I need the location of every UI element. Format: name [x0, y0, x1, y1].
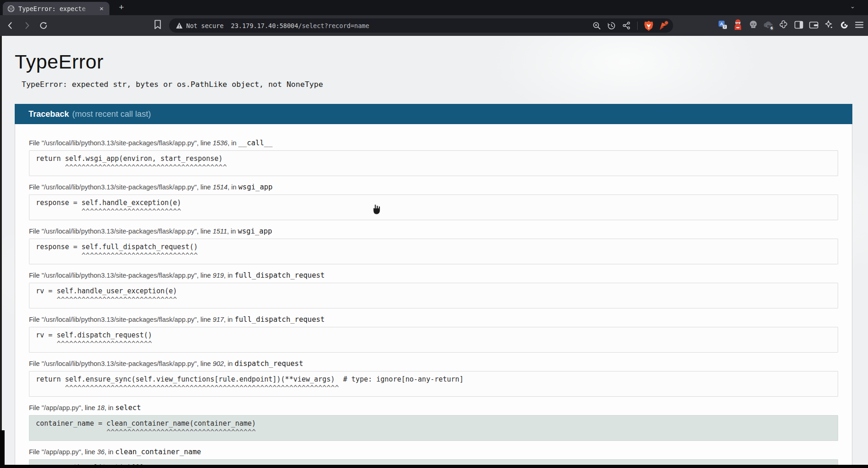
- caret-underline: ^^^^^^^^^^^^^^^^^^^^^^^^^^^^^: [36, 296, 831, 304]
- line-number: 902: [213, 360, 224, 367]
- frame-file-line[interactable]: File "/usr/local/lib/python3.13/site-pac…: [29, 139, 838, 147]
- function-name: wsgi_app: [238, 227, 272, 235]
- in-label: , in: [228, 183, 238, 191]
- traceback-frames: File "/usr/local/lib/python3.13/site-pac…: [15, 124, 852, 468]
- source-code-line: response = self.full_dispatch_request(): [36, 243, 831, 251]
- url-path: /select?record=name: [298, 22, 369, 29]
- traceback-frame[interactable]: File "/usr/local/lib/python3.13/site-pac…: [29, 360, 838, 397]
- mascot-extension-button[interactable]: [732, 19, 744, 31]
- window-edge-corner: [0, 430, 5, 468]
- in-label: , in: [224, 316, 234, 323]
- line-number: 36: [97, 448, 104, 456]
- swirl-extension-button[interactable]: [838, 19, 850, 31]
- notification-dot-badge: [664, 21, 668, 25]
- caret-underline: ^^^^^^^^^^^^^^^^^^^^^^^^: [36, 207, 831, 216]
- frame-source-box[interactable]: return self.wsgi_app(environ, start_resp…: [29, 150, 838, 176]
- share-button[interactable]: [621, 21, 631, 31]
- function-name: select: [115, 404, 141, 412]
- brave-rewards-button[interactable]: [658, 21, 668, 31]
- traceback-frame[interactable]: File "/app/app.py", line 18, in select c…: [29, 404, 838, 441]
- skull-extension-button[interactable]: [747, 19, 759, 31]
- back-icon: [6, 22, 14, 29]
- traceback-frame[interactable]: File "/usr/local/lib/python3.13/site-pac…: [29, 139, 838, 176]
- history-button[interactable]: [606, 21, 617, 31]
- file-path: "/usr/local/lib/python3.13/site-packages…: [41, 228, 197, 235]
- sidebar-toggle-button[interactable]: [793, 19, 805, 31]
- error-message: TypeError: expected str, bytes or os.Pat…: [22, 80, 868, 89]
- traceback-panel: Traceback (most recent call last) File "…: [15, 104, 852, 468]
- not-secure-label: Not secure: [186, 22, 223, 29]
- traceback-frame[interactable]: File "/usr/local/lib/python3.13/site-pac…: [29, 183, 838, 220]
- address-bar[interactable]: Not secure 23.179.17.40:58004/select?rec…: [169, 18, 673, 33]
- frame-file-line[interactable]: File "/app/app.py", line 18, in select: [29, 404, 838, 412]
- caret-underline: ^^^^^^^^^^^^^^^^^^^^^^^^^^^^^^^^^^^^^^^: [36, 163, 831, 172]
- frame-source-box[interactable]: response = self.handle_exception(e) ^^^^…: [29, 194, 838, 220]
- frame-source-box[interactable]: rv = self.dispatch_request() ^^^^^^^^^^^…: [29, 327, 838, 353]
- browser-tab[interactable]: TypeError: expecte ×: [3, 2, 109, 15]
- in-label: , in: [227, 228, 238, 235]
- magnifier-plus-icon: [592, 21, 601, 30]
- back-button[interactable]: [4, 19, 17, 32]
- tab-search-chevron-icon[interactable]: ⌄: [850, 3, 855, 10]
- not-secure-warning-icon: [176, 22, 183, 29]
- traceback-frame[interactable]: File "/usr/local/lib/python3.13/site-pac…: [29, 315, 838, 353]
- traceback-header: Traceback (most recent call last): [15, 104, 852, 124]
- line-label: , line: [197, 360, 213, 367]
- reload-icon: [39, 21, 48, 30]
- sparkle-icon: [824, 20, 834, 30]
- swirl-g-icon: [839, 20, 850, 30]
- translate-icon: A 文: [718, 20, 728, 30]
- zoom-page-button[interactable]: [592, 21, 602, 31]
- file-label: File: [29, 404, 41, 411]
- line-label: , line: [197, 139, 213, 147]
- frame-file-line[interactable]: File "/app/app.py", line 36, in clean_co…: [29, 448, 838, 456]
- traceback-frame[interactable]: File "/usr/local/lib/python3.13/site-pac…: [29, 271, 838, 308]
- file-path: "/usr/local/lib/python3.13/site-packages…: [41, 316, 197, 323]
- leo-ai-button[interactable]: [823, 19, 835, 31]
- brave-shields-button[interactable]: [644, 21, 654, 31]
- in-label: , in: [104, 404, 115, 411]
- brave-lion-icon: [644, 20, 654, 31]
- forward-icon: [23, 22, 31, 29]
- function-name: clean_container_name: [115, 448, 201, 456]
- frame-source-box[interactable]: return self.ensure_sync(self.view_functi…: [29, 371, 838, 397]
- frame-file-line[interactable]: File "/usr/local/lib/python3.13/site-pac…: [29, 271, 838, 280]
- tab-favicon-globe-icon: [7, 5, 15, 12]
- mouse-cursor-hand-icon: [371, 203, 383, 219]
- url-text[interactable]: 23.179.17.40:58004/select?record=name: [231, 22, 592, 29]
- tab-close-icon[interactable]: ×: [97, 5, 106, 13]
- forward-button[interactable]: [20, 19, 33, 32]
- line-label: , line: [197, 272, 213, 279]
- source-code-line: rv = self.dispatch_request(): [36, 331, 831, 340]
- share-icon: [622, 21, 631, 30]
- browser-menu-button[interactable]: [853, 19, 865, 31]
- extensions-cluster: A 文: [717, 19, 865, 31]
- knot-extension-button[interactable]: [777, 19, 789, 31]
- translate-extension-button[interactable]: A 文: [717, 19, 729, 31]
- line-label: , line: [81, 448, 97, 456]
- frame-file-line[interactable]: File "/usr/local/lib/python3.13/site-pac…: [29, 183, 838, 191]
- caret-underline: ^^^^^^^^^^^^^^^^^^^^^^^^^^^^^^^^^^^^^^^^…: [36, 384, 831, 393]
- frame-source-box[interactable]: rv = self.handle_user_exception(e) ^^^^^…: [29, 283, 838, 308]
- wallet-button[interactable]: [808, 19, 820, 31]
- frame-file-line[interactable]: File "/usr/local/lib/python3.13/site-pac…: [29, 315, 838, 324]
- frame-file-line[interactable]: File "/usr/local/lib/python3.13/site-pac…: [29, 360, 838, 368]
- traceback-subtitle: (most recent call last): [72, 109, 151, 119]
- frame-file-line[interactable]: File "/usr/local/lib/python3.13/site-pac…: [29, 227, 838, 235]
- bookmark-button[interactable]: [154, 19, 162, 32]
- traceback-frame[interactable]: File "/usr/local/lib/python3.13/site-pac…: [29, 227, 838, 264]
- reload-button[interactable]: [37, 19, 50, 32]
- in-label: , in: [224, 360, 234, 367]
- function-name: dispatch_request: [234, 360, 303, 368]
- dice-cloud-extension-button[interactable]: 6: [762, 19, 774, 31]
- file-path: "/usr/local/lib/python3.13/site-packages…: [41, 139, 197, 147]
- window-edge-bottom: [0, 465, 868, 468]
- source-code-line: return self.wsgi_app(environ, start_resp…: [36, 154, 831, 163]
- frame-source-box[interactable]: response = self.full_dispatch_request() …: [29, 239, 838, 264]
- source-code-line: container_name = clean_container_name(co…: [36, 419, 831, 428]
- file-path: "/app/app.py": [41, 448, 81, 456]
- frame-source-box[interactable]: container_name = clean_container_name(co…: [29, 415, 838, 441]
- line-number: 1514: [213, 183, 228, 191]
- new-tab-button[interactable]: +: [116, 2, 127, 13]
- svg-text:文: 文: [723, 25, 726, 29]
